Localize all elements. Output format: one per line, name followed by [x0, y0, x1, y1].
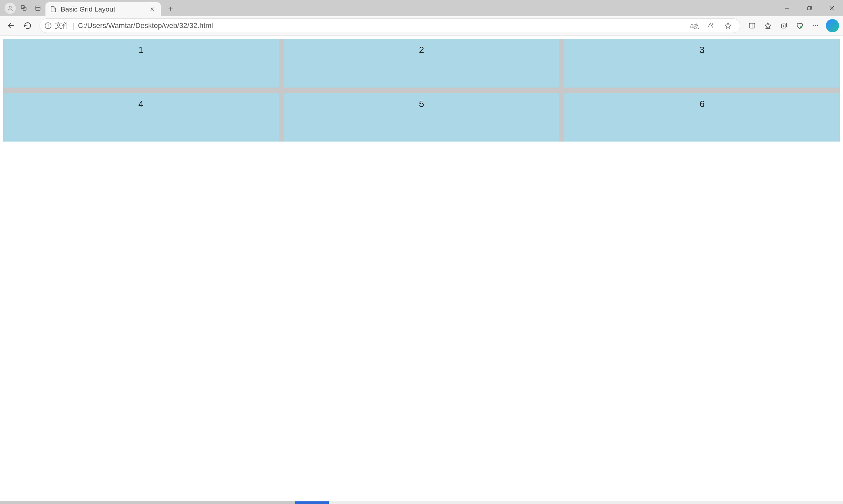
- close-icon: [829, 6, 834, 11]
- svg-rect-3: [36, 6, 40, 10]
- svg-rect-1: [21, 5, 24, 8]
- svg-point-16: [48, 24, 48, 24]
- grid-cell: 2: [284, 39, 559, 88]
- info-icon: [45, 22, 52, 29]
- split-screen-button[interactable]: [745, 18, 759, 33]
- read-aloud-button[interactable]: [703, 18, 718, 33]
- browser-essentials-button[interactable]: [792, 18, 807, 33]
- tab-strip: Basic Grid Layout: [46, 0, 177, 16]
- minimize-icon: [785, 6, 789, 11]
- plus-icon: [168, 5, 174, 12]
- tab-close-button[interactable]: [148, 5, 156, 13]
- site-info-button[interactable]: [45, 22, 52, 29]
- grid-cell: 6: [564, 93, 840, 142]
- back-icon: [7, 21, 16, 30]
- svg-point-0: [9, 6, 12, 8]
- address-url: C:/Users/Wamtar/Desktop/web/32/32.html: [78, 21, 687, 30]
- favorites-icon: [764, 22, 772, 29]
- workspaces-button[interactable]: [18, 3, 30, 14]
- star-icon: [724, 22, 732, 29]
- svg-point-26: [800, 26, 802, 28]
- favorites-button[interactable]: [761, 18, 775, 33]
- window-controls: [776, 0, 843, 16]
- svg-rect-2: [23, 7, 26, 10]
- svg-marker-21: [765, 23, 771, 29]
- page-viewport: 1 2 3 4 5 6: [0, 36, 843, 501]
- svg-point-29: [817, 25, 818, 26]
- address-bar[interactable]: 文件 | C:/Users/Wamtar/Desktop/web/32/32.h…: [39, 18, 740, 33]
- svg-point-28: [815, 25, 816, 26]
- minimize-button[interactable]: [776, 0, 798, 16]
- more-button[interactable]: [808, 18, 823, 33]
- tab-title: Basic Grid Layout: [60, 5, 144, 13]
- new-tab-button[interactable]: [164, 2, 177, 16]
- refresh-icon: [24, 22, 32, 30]
- titlebar-left: [0, 0, 43, 16]
- grid-cell: 5: [284, 93, 559, 142]
- split-screen-icon: [749, 22, 756, 29]
- svg-rect-10: [807, 7, 810, 10]
- read-aloud-icon: [707, 22, 714, 29]
- svg-point-27: [813, 25, 814, 26]
- file-icon: [50, 6, 57, 13]
- tab-active[interactable]: Basic Grid Layout: [46, 2, 161, 16]
- collections-button[interactable]: [776, 18, 791, 33]
- workspaces-icon: [20, 5, 28, 12]
- close-window-button[interactable]: [821, 0, 843, 16]
- titlebar: Basic Grid Layout: [0, 0, 843, 16]
- back-button[interactable]: [4, 18, 18, 33]
- collections-icon: [780, 22, 787, 29]
- maximize-icon: [807, 6, 812, 11]
- refresh-button[interactable]: [20, 18, 35, 33]
- grid-cell: 4: [3, 93, 279, 142]
- address-file-label: 文件: [55, 21, 70, 31]
- svg-marker-18: [725, 23, 731, 29]
- more-icon: [812, 22, 819, 29]
- favorite-button[interactable]: [721, 18, 735, 33]
- toolbar: 文件 | C:/Users/Wamtar/Desktop/web/32/32.h…: [0, 16, 843, 36]
- address-separator: |: [73, 21, 75, 30]
- grid-layout: 1 2 3 4 5 6: [3, 39, 840, 142]
- grid-cell: 3: [564, 39, 840, 88]
- taskbar[interactable]: [0, 501, 843, 504]
- profile-button[interactable]: [5, 3, 16, 14]
- grid-cell: 1: [3, 39, 279, 88]
- copilot-button[interactable]: [826, 19, 839, 32]
- maximize-button[interactable]: [798, 0, 821, 16]
- toolbar-right: [745, 18, 839, 33]
- translate-button[interactable]: aあ: [690, 18, 700, 33]
- tab-actions-button[interactable]: [32, 3, 43, 14]
- profile-icon: [7, 5, 14, 12]
- close-icon: [150, 6, 155, 12]
- heart-pulse-icon: [796, 22, 803, 29]
- tab-actions-icon: [35, 5, 41, 12]
